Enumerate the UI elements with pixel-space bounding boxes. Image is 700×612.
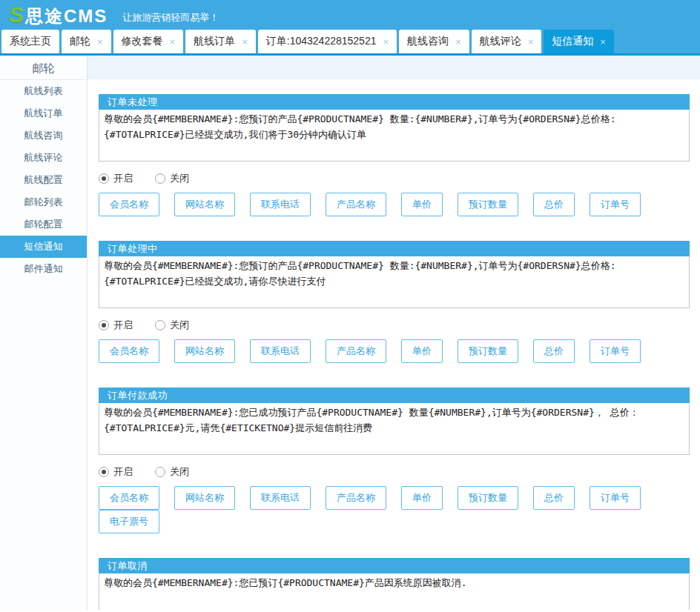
logo-s-icon: S <box>9 2 24 27</box>
tab-邮轮[interactable]: 邮轮 × <box>62 30 111 53</box>
sidebar-item-航线订单[interactable]: 航线订单 <box>0 102 87 124</box>
tab-close-icon[interactable]: × <box>97 37 103 47</box>
radio-option-off[interactable]: 关闭 <box>155 319 189 332</box>
notification-section: 订单未处理 开启 关闭 会员名称网站名称联系电话产品名称单价预订数量总价订单号 <box>99 94 690 216</box>
tab-close-icon[interactable]: × <box>455 37 461 47</box>
sms-template-textarea[interactable] <box>99 110 690 162</box>
radio-off-icon[interactable] <box>155 320 165 330</box>
radio-on-label: 开启 <box>113 319 133 332</box>
section-title: 订单取消 <box>99 558 690 573</box>
insert-tag-button-单价[interactable]: 单价 <box>401 193 443 216</box>
section-title: 订单处理中 <box>99 241 690 256</box>
sms-template-textarea[interactable] <box>99 573 690 610</box>
radio-on-icon[interactable] <box>99 467 109 477</box>
insert-tag-button-订单号[interactable]: 订单号 <box>590 339 641 363</box>
insert-tag-button-订单号[interactable]: 订单号 <box>590 486 641 510</box>
radio-on-icon[interactable] <box>99 320 109 330</box>
tab-系统主页[interactable]: 系统主页 <box>1 30 59 53</box>
tab-close-icon[interactable]: × <box>170 37 176 47</box>
insert-tag-button-单价[interactable]: 单价 <box>401 486 443 510</box>
insert-tag-button-总价[interactable]: 总价 <box>533 339 575 363</box>
sms-template-textarea[interactable] <box>99 403 690 455</box>
insert-tag-button-总价[interactable]: 总价 <box>533 486 575 510</box>
insert-tag-button-网站名称[interactable]: 网站名称 <box>174 193 235 216</box>
sidebar-title: 邮轮 <box>0 56 87 80</box>
tab-close-icon[interactable]: × <box>242 37 248 47</box>
sidebar-item-航线咨询[interactable]: 航线咨询 <box>0 124 87 147</box>
radio-on-label: 开启 <box>113 172 133 185</box>
section-title: 订单未处理 <box>99 94 690 110</box>
tab-bar: 系统主页 邮轮 × 修改套餐 × 航线订单 × 订单:1043242281525… <box>0 30 700 56</box>
insert-tag-button-单价[interactable]: 单价 <box>401 339 443 363</box>
radio-on-label: 开启 <box>113 465 133 479</box>
insert-tag-button-联系电话[interactable]: 联系电话 <box>250 193 311 216</box>
notification-sections: 订单未处理 开启 关闭 会员名称网站名称联系电话产品名称单价预订数量总价订单号 … <box>88 79 700 610</box>
sidebar-item-邮轮列表[interactable]: 邮轮列表 <box>0 191 87 213</box>
insert-tag-button-会员名称[interactable]: 会员名称 <box>99 339 159 363</box>
tab-label: 短信通知 <box>552 35 593 48</box>
sidebar-item-航线配置[interactable]: 航线配置 <box>0 169 87 191</box>
radio-off-icon[interactable] <box>155 173 165 184</box>
insert-tag-buttons: 会员名称网站名称联系电话产品名称单价预订数量总价订单号 <box>99 193 690 216</box>
tab-label: 航线评论 <box>480 35 521 48</box>
insert-tag-button-联系电话[interactable]: 联系电话 <box>250 486 311 510</box>
insert-tag-button-总价[interactable]: 总价 <box>533 193 575 216</box>
insert-tag-button-产品名称[interactable]: 产品名称 <box>326 339 386 363</box>
insert-tag-buttons: 会员名称网站名称联系电话产品名称单价预订数量总价订单号电子票号 <box>99 486 690 533</box>
radio-off-icon[interactable] <box>155 467 165 477</box>
tab-label: 订单:104324228152521 <box>266 35 377 48</box>
radio-on-icon[interactable] <box>99 173 109 184</box>
tab-航线订单[interactable]: 航线订单 × <box>185 30 256 53</box>
insert-tag-button-网站名称[interactable]: 网站名称 <box>174 486 235 510</box>
page: S 思途CMS 让旅游营销轻而易举！ 系统主页 邮轮 × 修改套餐 × 航线订单… <box>0 0 700 610</box>
sidebar-item-短信通知[interactable]: 短信通知 <box>0 236 87 258</box>
app-header: S 思途CMS 让旅游营销轻而易举！ <box>0 0 700 30</box>
tab-短信通知[interactable]: 短信通知 × <box>544 30 614 53</box>
logo[interactable]: S 思途CMS <box>9 2 108 28</box>
tab-航线评论[interactable]: 航线评论 × <box>472 30 542 53</box>
brand-tagline: 让旅游营销轻而易举！ <box>122 11 219 24</box>
tab-close-icon[interactable]: × <box>383 37 389 47</box>
insert-tag-button-预订数量[interactable]: 预订数量 <box>458 339 518 363</box>
sidebar-item-航线评论[interactable]: 航线评论 <box>0 147 87 169</box>
radio-off-label: 关闭 <box>170 172 189 185</box>
insert-tag-button-产品名称[interactable]: 产品名称 <box>326 193 386 216</box>
insert-tag-button-电子票号[interactable]: 电子票号 <box>99 510 159 533</box>
section-title: 订单付款成功 <box>99 388 690 403</box>
sidebar-menu: 航线列表航线订单航线咨询航线评论航线配置邮轮列表邮轮配置短信通知邮件通知 <box>0 80 87 280</box>
radio-option-on[interactable]: 开启 <box>99 465 133 479</box>
toolbar-strip <box>88 56 700 79</box>
tab-label: 邮轮 <box>70 35 90 48</box>
insert-tag-button-预订数量[interactable]: 预订数量 <box>458 486 518 510</box>
radio-option-off[interactable]: 关闭 <box>155 465 189 479</box>
status-radio-group: 开启 关闭 <box>99 465 690 479</box>
insert-tag-button-会员名称[interactable]: 会员名称 <box>99 193 159 216</box>
status-radio-group: 开启 关闭 <box>99 319 690 332</box>
tab-close-icon[interactable]: × <box>600 37 606 47</box>
insert-tag-button-预订数量[interactable]: 预订数量 <box>458 193 518 216</box>
insert-tag-button-订单号[interactable]: 订单号 <box>590 193 641 216</box>
radio-option-on[interactable]: 开启 <box>99 172 133 185</box>
tab-订单:104324228152521[interactable]: 订单:104324228152521 × <box>258 30 397 53</box>
insert-tag-button-会员名称[interactable]: 会员名称 <box>99 486 159 510</box>
tab-航线咨询[interactable]: 航线咨询 × <box>399 30 469 53</box>
tab-label: 修改套餐 <box>122 35 163 48</box>
notification-section: 订单付款成功 开启 关闭 会员名称网站名称联系电话产品名称单价预订数量总价订单号… <box>99 388 690 533</box>
radio-option-on[interactable]: 开启 <box>99 319 133 332</box>
tab-close-icon[interactable]: × <box>528 37 534 47</box>
sms-template-textarea[interactable] <box>99 256 690 308</box>
tab-修改套餐[interactable]: 修改套餐 × <box>113 30 184 53</box>
radio-option-off[interactable]: 关闭 <box>155 172 189 185</box>
sidebar: 邮轮 航线列表航线订单航线咨询航线评论航线配置邮轮列表邮轮配置短信通知邮件通知 <box>0 56 88 610</box>
main-content: 订单未处理 开启 关闭 会员名称网站名称联系电话产品名称单价预订数量总价订单号 … <box>88 56 700 610</box>
sidebar-item-航线列表[interactable]: 航线列表 <box>0 80 87 102</box>
notification-section: 订单取消 开启 关闭 会员名称网站名称联系电话产品名称单价预订数量总价订单号 <box>99 558 690 610</box>
insert-tag-button-联系电话[interactable]: 联系电话 <box>250 339 311 363</box>
tab-label: 航线订单 <box>194 35 235 48</box>
logo-text: 思途CMS <box>25 4 108 28</box>
status-radio-group: 开启 关闭 <box>99 172 690 185</box>
insert-tag-button-网站名称[interactable]: 网站名称 <box>174 339 235 363</box>
sidebar-item-邮件通知[interactable]: 邮件通知 <box>0 258 87 280</box>
sidebar-item-邮轮配置[interactable]: 邮轮配置 <box>0 213 87 236</box>
insert-tag-button-产品名称[interactable]: 产品名称 <box>326 486 386 510</box>
